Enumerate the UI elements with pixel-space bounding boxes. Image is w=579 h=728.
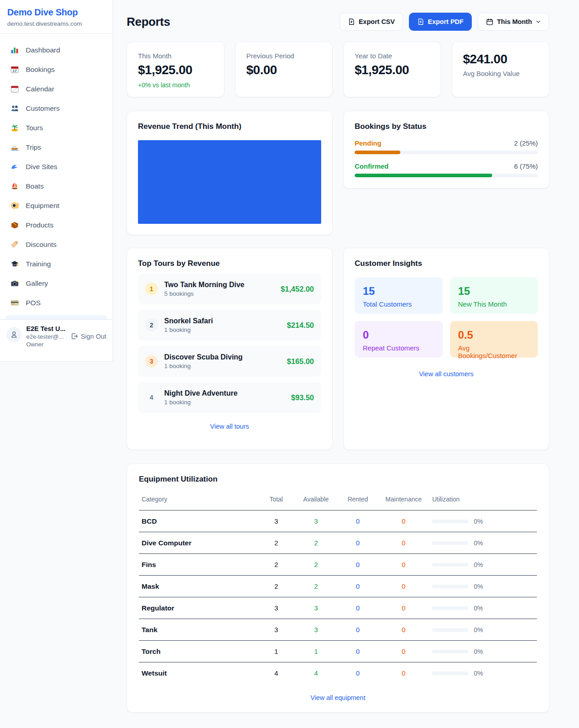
insight-tile-repeat-customers: 0 Repeat Customers: [355, 321, 443, 358]
utilization-percent: 0%: [474, 561, 483, 568]
sidebar-item-boats[interactable]: Boats: [0, 176, 113, 196]
cell-rented: 0: [338, 532, 378, 554]
active-nav-item-peek[interactable]: [5, 315, 107, 319]
view-all-equipment-link[interactable]: View all equipment: [139, 694, 537, 701]
sidebar-item-customers[interactable]: Customers: [0, 99, 113, 118]
user-role: Owner: [26, 341, 66, 348]
utilization-bar: [432, 650, 468, 653]
cell-total: 3: [258, 597, 294, 619]
sidebar-item-pos[interactable]: POS: [0, 293, 113, 312]
sidebar-item-discounts[interactable]: Discounts: [0, 235, 113, 254]
progress-track: [355, 174, 538, 177]
user-email: e2e-tester@...: [26, 333, 66, 340]
tour-row[interactable]: 2 Snorkel Safari 1 booking $214.50: [138, 310, 321, 340]
stat-delta: +0% vs last month: [138, 81, 213, 89]
stat-label: Previous Period: [247, 52, 322, 60]
cell-maintenance: 0: [378, 597, 429, 619]
table-row: Wetsuit44000%: [139, 662, 537, 684]
sidebar-item-label: Products: [26, 221, 53, 229]
export-csv-button[interactable]: Export CSV: [340, 13, 403, 31]
cell-rented: 0: [338, 597, 378, 619]
rank-badge: 3: [145, 355, 158, 368]
table-row: Dive Computer22000%: [139, 532, 537, 554]
sidebar-item-dashboard[interactable]: Dashboard: [0, 40, 113, 60]
utilization-bar: [432, 606, 468, 610]
stat-card-this-month: This Month $1,925.00 +0% vs last month: [127, 42, 224, 97]
stat-label: Year to Date: [355, 52, 430, 60]
table-row: Regulator33000%: [139, 597, 537, 619]
file-download-icon: [417, 18, 424, 25]
sidebar-item-label: Gallery: [26, 279, 48, 288]
sidebar: Demo Dive Shop demo.test.divestreams.com…: [0, 0, 113, 362]
customers-people-icon: [10, 104, 19, 113]
sidebar-item-dive-sites[interactable]: Dive Sites: [0, 157, 113, 176]
table-row: Torch11000%: [139, 641, 537, 662]
sidebar-item-gallery[interactable]: Gallery: [0, 274, 113, 293]
calendar-icon: [10, 85, 19, 94]
view-all-customers-link[interactable]: View all customers: [355, 370, 538, 378]
status-count: 2 (25%): [514, 139, 538, 147]
products-box-icon: [10, 221, 19, 230]
cell-utilization: 0%: [429, 641, 537, 662]
stat-value: $1,925.00: [355, 63, 430, 77]
tour-row[interactable]: 1 Two Tank Morning Dive 5 bookings $1,45…: [138, 274, 321, 304]
tour-name: Discover Scuba Diving: [164, 353, 242, 361]
revenue-trend-chart: [138, 140, 321, 224]
customer-insights-card: Customer Insights 15 Total Customers 15 …: [343, 248, 549, 450]
tour-row[interactable]: 4 Night Dive Adventure 1 booking $93.50: [138, 382, 321, 413]
cell-maintenance: 0: [378, 511, 429, 532]
tour-row[interactable]: 3 Discover Scuba Diving 1 booking $165.0…: [138, 346, 321, 377]
cell-total: 3: [258, 619, 294, 641]
trips-boat-icon: [10, 143, 19, 152]
sidebar-item-equipment[interactable]: Equipment: [0, 196, 113, 215]
dashboard-chart-icon: [10, 46, 19, 55]
bookings-calendar-icon: 17: [10, 65, 19, 74]
cell-available: 2: [294, 576, 338, 597]
period-label: This Month: [497, 18, 532, 25]
sidebar-item-label: Equipment: [26, 202, 59, 210]
progress-track: [355, 151, 538, 154]
sidebar-item-products[interactable]: Products: [0, 215, 113, 235]
tile-label: New This Month: [458, 300, 530, 308]
table-row: Tank33000%: [139, 619, 537, 641]
top-tours-title: Top Tours by Revenue: [138, 259, 321, 268]
sidebar-item-label: Trips: [26, 143, 41, 151]
column-header-utilization: Utilization: [429, 491, 537, 511]
tour-amount: $214.50: [287, 321, 314, 330]
tour-amount: $1,452.00: [281, 285, 314, 293]
sign-out-button[interactable]: Sign Out: [71, 332, 106, 340]
cell-total: 2: [258, 576, 294, 597]
tour-amount: $93.50: [291, 393, 314, 402]
cell-category: Fins: [139, 554, 258, 576]
file-download-icon: [348, 18, 355, 25]
sidebar-item-bookings[interactable]: 17 Bookings: [0, 60, 113, 79]
cell-rented: 0: [338, 511, 378, 532]
status-count: 6 (75%): [514, 162, 538, 170]
cell-maintenance: 0: [378, 554, 429, 576]
calendar-outline-icon: [486, 18, 494, 26]
sidebar-item-tours[interactable]: Tours: [0, 118, 113, 137]
table-header-row: Category Total Available Rented Maintena…: [139, 491, 537, 511]
cell-utilization: 0%: [429, 554, 537, 576]
tile-value: 0: [363, 329, 435, 341]
cell-category: Dive Computer: [139, 532, 258, 554]
bookings-by-status-card: Bookings by Status Pending 2 (25%) Confi…: [343, 111, 549, 189]
period-dropdown[interactable]: This Month: [478, 13, 549, 31]
insight-tile-new-this-month: 15 New This Month: [450, 277, 538, 314]
cell-available: 4: [294, 662, 338, 684]
sidebar-item-calendar[interactable]: Calendar: [0, 79, 113, 99]
column-header-rented: Rented: [338, 491, 378, 511]
pos-card-icon: [10, 298, 19, 307]
export-pdf-button[interactable]: Export PDF: [409, 13, 472, 31]
sidebar-item-label: Calendar: [26, 85, 54, 93]
discounts-tag-icon: [10, 240, 19, 249]
cell-available: 3: [294, 511, 338, 532]
utilization-percent: 0%: [474, 670, 483, 677]
column-header-available: Available: [294, 491, 338, 511]
sidebar-item-training[interactable]: Training: [0, 254, 113, 274]
sidebar-item-trips[interactable]: Trips: [0, 137, 113, 157]
view-all-tours-link[interactable]: View all tours: [138, 423, 321, 430]
sidebar-item-label: Customers: [26, 104, 60, 113]
tour-name: Night Dive Adventure: [164, 389, 237, 397]
utilization-bar: [432, 671, 468, 675]
